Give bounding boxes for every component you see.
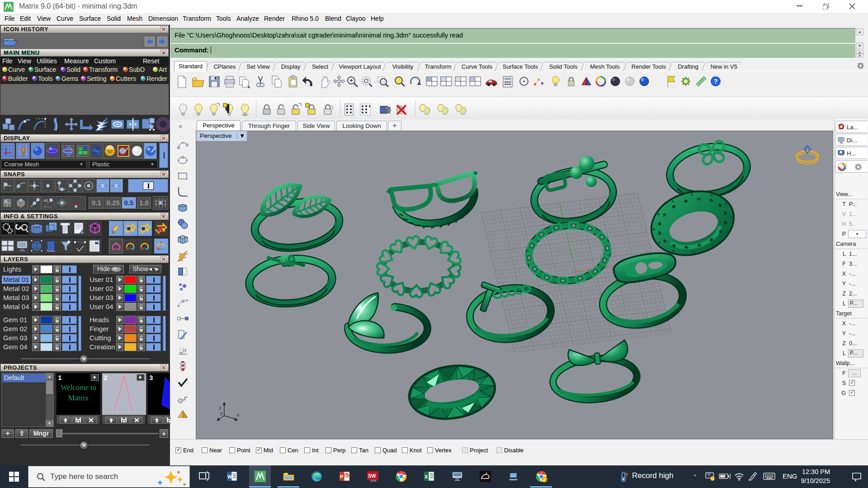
svg-text:SW: SW — [368, 473, 376, 479]
svg-text:z: z — [219, 405, 222, 410]
svg-text:y: y — [220, 410, 223, 416]
svg-text:X: X — [425, 474, 428, 479]
svg-text:W: W — [227, 474, 232, 479]
svg-text:2019: 2019 — [370, 479, 377, 482]
svg-text:P: P — [340, 474, 343, 479]
svg-text:?: ? — [714, 77, 718, 85]
svg-text:45: 45 — [43, 198, 48, 203]
svg-text:x: x — [237, 412, 240, 418]
svg-text:Z: Z — [543, 478, 546, 482]
